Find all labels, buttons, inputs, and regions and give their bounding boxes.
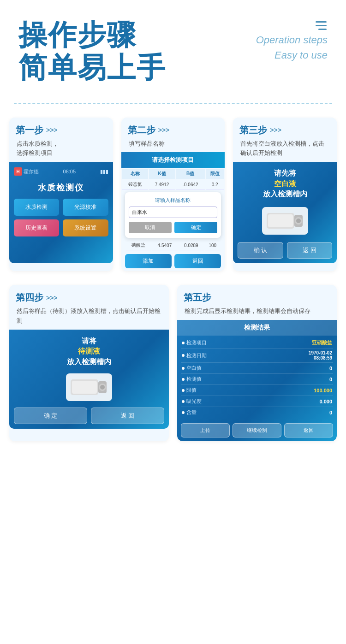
step5-back-btn[interactable]: 返回 <box>284 423 333 437</box>
step4-prompt: 请将 待测液 放入检测槽内 <box>67 336 111 367</box>
svg-rect-1 <box>316 25 327 26</box>
step5-mockup: 检测结果 检测项目 亚硝酸盐 检测日期 1970-01-0208:08:59 空… <box>177 320 337 441</box>
step1-btn-history[interactable]: 历史查看 <box>14 219 59 236</box>
step4-header: 第四步 >>> 然后将样品（待测）液放入检测槽，点击确认后开始检测 <box>9 285 169 330</box>
svg-point-7 <box>296 219 301 223</box>
step4-title: 第四步 <box>16 291 43 304</box>
step1-btn-water[interactable]: 水质检测 <box>14 199 59 216</box>
step3-desc: 首先将空白液放入检测槽，点击确认后开始检测 <box>239 139 330 159</box>
step-card-5: 第五步 检测完成后显示检测结果，检测结果会自动保存 检测结果 检测项目 亚硝酸盐… <box>177 285 337 441</box>
step3-confirm-btn[interactable]: 确 认 <box>238 242 283 259</box>
result-row-5: 吸光度 0.000 <box>181 396 333 407</box>
svg-point-12 <box>100 385 105 390</box>
result-row-4: 限值 100.000 <box>181 385 333 396</box>
step4-back-btn[interactable]: 返 回 <box>91 408 164 424</box>
step-card-1: 第一步 >>> 点击水质检测， 选择检测项目 H 霍尔德 08:05 ▮▮▮ 水… <box>9 118 113 272</box>
step3-mockup: 请先将 空白液 放入检测槽内 确 认 返 回 <box>233 162 337 263</box>
step4-device-image <box>66 373 112 401</box>
step5-result-header: 检测结果 <box>177 320 337 336</box>
step-card-3: 第三步 >>> 首先将空白液放入检测槽，点击确认后开始检测 请先将 空白液 放入… <box>233 118 337 272</box>
step3-header: 第三步 >>> 首先将空白液放入检测槽，点击确认后开始检测 <box>233 118 337 162</box>
step2-dialog-title: 请输入样品名称 <box>129 197 218 204</box>
svg-rect-2 <box>318 29 327 30</box>
step1-header: 第一步 >>> 点击水质检测， 选择检测项目 <box>9 118 113 162</box>
step1-btn-calibrate[interactable]: 光源校准 <box>63 199 108 216</box>
step5-upload-btn[interactable]: 上传 <box>181 423 230 437</box>
step4-buttons: 确 定 返 回 <box>14 408 164 424</box>
step-card-2: 第二步 >>> 填写样品名称 请选择检测项目 名称 K值 B值 限值 铵 <box>121 118 225 272</box>
result-row-3: 检测值 0 <box>181 374 333 385</box>
step4-arrow: >>> <box>46 294 58 301</box>
step1-mockup: H 霍尔德 08:05 ▮▮▮ 水质检测仪 水质检测 光源校准 历史查看 系统设… <box>9 162 113 263</box>
step1-btn-settings[interactable]: 系统设置 <box>63 219 108 236</box>
step2-mockup-header: 请选择检测项目 <box>121 152 225 168</box>
svg-rect-0 <box>316 21 327 23</box>
step2-add-btn[interactable]: 添加 <box>125 254 172 268</box>
step2-arrow: >>> <box>158 126 170 134</box>
step2-confirm-btn[interactable]: 确定 <box>174 222 217 233</box>
step2-bottom-buttons: 添加 返回 <box>121 251 225 271</box>
result-row-6: 含量 0 <box>181 407 333 418</box>
step3-highlight: 空白液 <box>274 180 296 188</box>
step1-time: 08:05 <box>63 169 76 174</box>
step2-dialog-buttons: 取消 确定 <box>129 222 218 233</box>
step3-arrow: >>> <box>270 126 281 134</box>
step1-battery: ▮▮▮ <box>100 169 108 175</box>
step4-confirm-btn[interactable]: 确 定 <box>14 408 87 424</box>
step1-buttons: 水质检测 光源校准 历史查看 系统设置 <box>14 199 108 236</box>
step2-dialog: 请输入样品名称 自来水 取消 确定 <box>125 192 221 238</box>
step5-result-table: 检测项目 亚硝酸盐 检测日期 1970-01-0208:08:59 空白值 0 … <box>177 336 337 419</box>
step2-cancel-btn[interactable]: 取消 <box>129 222 172 233</box>
steps-grid-top: 第一步 >>> 点击水质检测， 选择检测项目 H 霍尔德 08:05 ▮▮▮ 水… <box>0 118 346 285</box>
section-divider <box>14 103 332 104</box>
step2-header: 第二步 >>> 填写样品名称 <box>121 118 225 153</box>
steps-grid-bottom: 第四步 >>> 然后将样品（待测）液放入检测槽，点击确认后开始检测 请将 待测液… <box>0 285 346 460</box>
step3-back-btn[interactable]: 返 回 <box>287 242 332 259</box>
step2-title: 第二步 <box>128 124 155 136</box>
step5-buttons: 上传 继续检测 返回 <box>177 419 337 441</box>
step-card-4: 第四步 >>> 然后将样品（待测）液放入检测槽，点击确认后开始检测 请将 待测液… <box>9 285 169 441</box>
header: 操作步骤 简单易上手 Operation steps Easy to use <box>0 0 346 94</box>
step5-continue-btn[interactable]: 继续检测 <box>233 423 281 437</box>
step2-mockup: 请选择检测项目 名称 K值 B值 限值 铵态氮 7.4912 -0.0642 <box>121 152 225 271</box>
step2-table-row2: 磷酸盐 4.5407 0.0289 100 <box>121 240 225 251</box>
step1-device-title: 水质检测仪 <box>38 182 84 193</box>
step5-desc: 检测完成后显示检测结果，检测结果会自动保存 <box>184 307 330 316</box>
step4-desc: 然后将样品（待测）液放入检测槽，点击确认后开始检测 <box>16 307 162 326</box>
step2-dialog-input[interactable]: 自来水 <box>129 207 218 218</box>
step3-prompt: 请先将 空白液 放入检测槽内 <box>263 168 307 199</box>
step1-arrow: >>> <box>46 126 58 134</box>
step1-logo-text: 霍尔德 <box>24 168 39 175</box>
step4-mockup: 请将 待测液 放入检测槽内 确 定 返 回 <box>9 330 169 429</box>
step2-table: 名称 K值 B值 限值 铵态氮 7.4912 -0.0642 0.2 <box>121 168 225 190</box>
step5-title: 第五步 <box>184 291 211 304</box>
step2-back-btn[interactable]: 返回 <box>174 254 221 268</box>
step5-header: 第五步 检测完成后显示检测结果，检测结果会自动保存 <box>177 285 337 320</box>
svg-rect-4 <box>268 214 293 227</box>
step1-title: 第一步 <box>16 124 43 136</box>
step2-desc: 填写样品名称 <box>128 139 219 149</box>
step1-logo-icon: H <box>14 167 22 176</box>
step1-desc: 点击水质检测， 选择检测项目 <box>16 139 107 159</box>
step1-logo: H 霍尔德 <box>14 167 39 176</box>
step3-device-image <box>262 207 308 235</box>
svg-rect-9 <box>72 381 97 394</box>
result-row-1: 检测日期 1970-01-0208:08:59 <box>181 349 333 363</box>
result-row-2: 空白值 0 <box>181 363 333 374</box>
page-title-en: Operation steps Easy to use <box>256 32 328 63</box>
step4-highlight: 待测液 <box>78 347 100 355</box>
result-row-0: 检测项目 亚硝酸盐 <box>181 337 333 349</box>
step3-buttons: 确 认 返 回 <box>238 242 332 259</box>
step3-title: 第三步 <box>239 124 267 136</box>
